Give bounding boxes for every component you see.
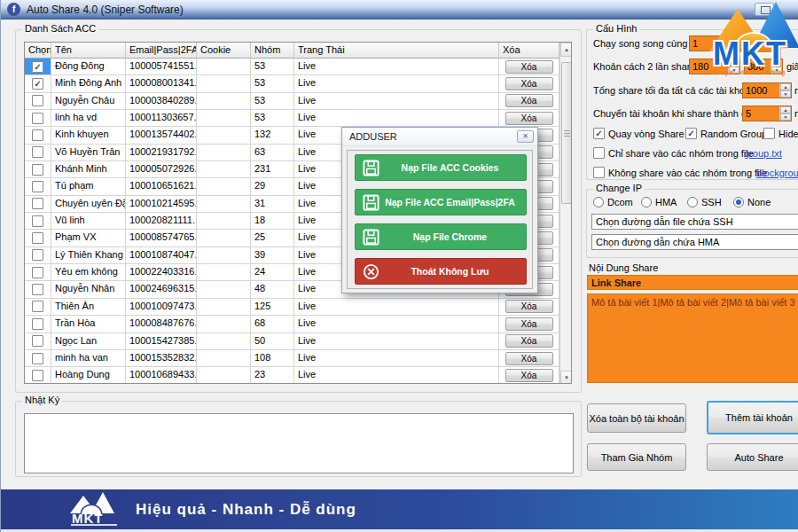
row-checkbox[interactable] — [32, 249, 43, 261]
close-icon[interactable]: ✕ — [517, 130, 534, 143]
join-group-button[interactable]: Tham Gia Nhóm — [587, 443, 686, 471]
row-select-cell[interactable] — [25, 196, 51, 213]
column-header[interactable]: Chọn — [25, 43, 51, 59]
adduser-dialog-titlebar[interactable]: ADDUSER — [342, 128, 537, 146]
radio-none[interactable] — [733, 197, 744, 207]
row-select-cell[interactable] — [25, 367, 51, 384]
max-share-value[interactable]: 1000 — [743, 83, 779, 98]
row-select-cell[interactable] — [25, 230, 51, 246]
blockgroup-txt-link[interactable]: blockgroup.txt — [756, 168, 798, 178]
load-file-button[interactable]: Nạp File ACC Email|Pass|2FA — [355, 189, 527, 215]
exit-without-save-button[interactable]: Thoát Không Lưu — [355, 258, 527, 285]
table-row[interactable]: minh ha van100015352832...108LiveXóa — [25, 350, 559, 367]
table-row[interactable]: Thiên Ân100010097473...125LiveXóa — [25, 299, 559, 316]
row-select-cell[interactable] — [25, 316, 51, 332]
row-delete-button[interactable]: Xóa — [505, 77, 553, 90]
table-row[interactable]: linh ha vd100011303657...53LiveXóa — [25, 110, 559, 127]
parallel-spinner[interactable]: 1 ▲▼ — [689, 35, 742, 51]
row-delete-button[interactable]: Xóa — [505, 352, 553, 365]
add-account-button[interactable]: Thêm tài khoản — [707, 401, 798, 434]
spinner-arrows-icon[interactable]: ▲▼ — [779, 83, 791, 98]
row-checkbox[interactable] — [32, 232, 43, 244]
radio-ssh[interactable] — [687, 197, 698, 207]
row-checkbox[interactable] — [32, 318, 43, 330]
spinner-arrows-icon[interactable]: ▲▼ — [728, 59, 739, 74]
row-checkbox[interactable] — [32, 267, 43, 278]
row-select-cell[interactable] — [25, 213, 51, 230]
row-checkbox[interactable] — [32, 146, 43, 158]
spinner-arrows-icon[interactable]: ▲▼ — [730, 36, 741, 51]
table-row[interactable]: Trần Hòa100008487676...68LiveXóa — [25, 316, 559, 332]
radio-dcom[interactable] — [593, 197, 604, 207]
interval-max-spinner[interactable]: 300 ▲▼ — [744, 59, 783, 74]
load-file-button[interactable]: Nạp File Chrome — [355, 223, 527, 250]
row-checkbox[interactable] — [32, 353, 43, 364]
delete-all-accounts-button[interactable]: Xóa toàn bộ tài khoản — [587, 403, 686, 433]
share-description-textarea[interactable]: Mô tả bài viết 1|Mô tả bài viết 2|Mô tả … — [587, 293, 798, 383]
row-checkbox[interactable]: ✓ — [32, 78, 43, 90]
interval-max-value[interactable]: 300 — [745, 59, 771, 74]
row-delete-button[interactable]: Xóa — [505, 300, 553, 313]
row-checkbox[interactable] — [32, 301, 43, 312]
scroll-up-icon[interactable]: ▲ — [560, 43, 572, 57]
parallel-value[interactable]: 1 — [690, 36, 730, 51]
rotate-share-checkbox[interactable]: ✓ — [593, 128, 605, 139]
switch-account-spinner[interactable]: 5 ▲▼ — [742, 106, 792, 121]
row-select-cell[interactable] — [25, 264, 51, 281]
row-checkbox[interactable] — [32, 198, 43, 209]
log-textarea[interactable] — [24, 413, 574, 473]
row-select-cell[interactable] — [25, 161, 51, 178]
link-share-input[interactable]: Link Share — [587, 275, 798, 290]
row-delete-button[interactable]: Xóa — [505, 334, 553, 348]
table-scrollbar[interactable]: ▲ ▼ — [559, 43, 571, 384]
row-select-cell[interactable] — [25, 281, 51, 298]
row-checkbox[interactable] — [32, 164, 43, 176]
column-header[interactable]: Nhóm — [251, 43, 294, 59]
row-select-cell[interactable]: ✓ — [25, 75, 51, 92]
row-checkbox[interactable] — [32, 95, 43, 106]
column-header[interactable]: Tên — [51, 43, 126, 59]
spinner-arrows-icon[interactable]: ▲▼ — [771, 59, 782, 74]
row-checkbox[interactable] — [32, 215, 43, 227]
row-select-cell[interactable] — [25, 110, 51, 127]
load-file-button[interactable]: Nạp File ACC Cookies — [355, 154, 527, 181]
scrollbar-thumb[interactable] — [561, 62, 572, 204]
radio-hma[interactable] — [641, 197, 652, 207]
block-group-file-checkbox[interactable] — [593, 167, 605, 178]
row-checkbox[interactable] — [32, 370, 43, 381]
row-select-cell[interactable] — [25, 299, 51, 316]
max-share-spinner[interactable]: 1000 ▲▼ — [742, 82, 792, 98]
hide-checkbox[interactable] — [763, 128, 775, 139]
row-select-cell[interactable] — [25, 247, 51, 264]
scroll-down-icon[interactable]: ▼ — [560, 371, 572, 384]
share-only-file-checkbox[interactable] — [593, 147, 605, 159]
row-select-cell[interactable] — [25, 178, 51, 195]
interval-min-value[interactable]: 180 — [690, 59, 728, 74]
row-checkbox[interactable] — [32, 181, 43, 192]
row-select-cell[interactable] — [25, 127, 51, 144]
column-header[interactable]: Email|Pass|2FA — [126, 43, 197, 59]
table-row[interactable]: ✓Đông Đông100005741551...53LiveXóa — [25, 59, 559, 75]
random-group-checkbox[interactable]: ✓ — [685, 128, 697, 139]
row-checkbox[interactable] — [32, 335, 43, 347]
row-delete-button[interactable]: Xóa — [505, 94, 553, 107]
switch-account-value[interactable]: 5 — [743, 106, 779, 121]
ssh-file-combobox[interactable]: Chọn đường dẫn file chứa SSH — [591, 214, 798, 230]
column-header[interactable]: Xóa — [499, 43, 559, 59]
hma-file-combobox[interactable]: Chọn đường dẫn chứa HMA — [591, 234, 798, 250]
row-delete-button[interactable]: Xóa — [505, 112, 553, 125]
row-select-cell[interactable] — [25, 145, 51, 161]
row-select-cell[interactable] — [25, 333, 51, 350]
table-row[interactable]: Ngọc Lan100015427385...50LiveXóa — [25, 333, 559, 350]
row-checkbox[interactable] — [32, 284, 43, 295]
row-select-cell[interactable]: ✓ — [25, 59, 51, 75]
row-checkbox[interactable] — [32, 129, 43, 141]
group-txt-link[interactable]: group.txt — [744, 148, 782, 159]
table-row[interactable]: Hoàng Dung100010689433...23LiveXóa — [25, 367, 559, 384]
row-checkbox[interactable] — [32, 113, 43, 124]
table-row[interactable]: Nguyễn Châu100003840289...53LiveXóa — [25, 93, 559, 110]
row-select-cell[interactable] — [25, 350, 51, 367]
row-delete-button[interactable]: Xóa — [505, 60, 553, 74]
table-row[interactable]: ✓Minh Đông Anh100008001341...53LiveXóa — [25, 75, 559, 92]
column-header[interactable]: Trang Thái — [294, 43, 499, 59]
